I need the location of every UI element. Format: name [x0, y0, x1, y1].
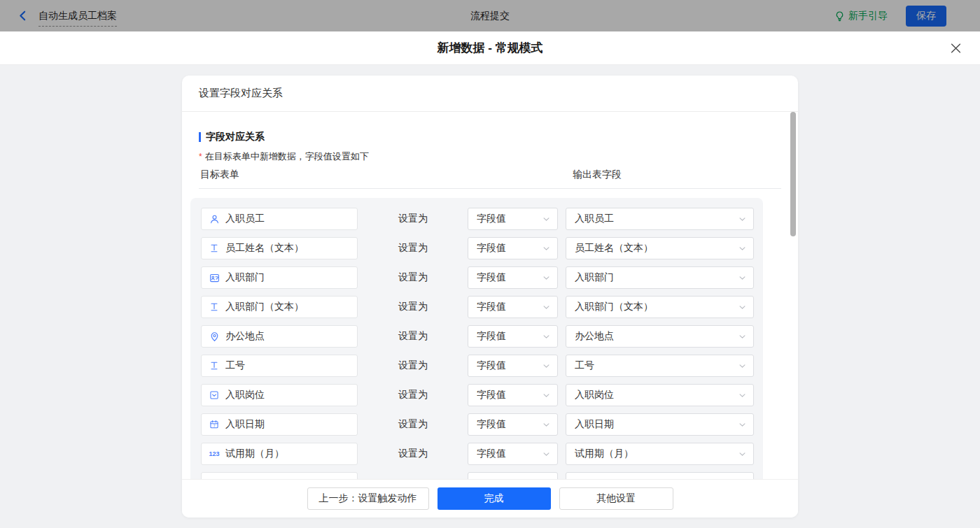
- card-title: 设置字段对应关系: [182, 76, 798, 112]
- target-field-label: 入职员工: [225, 213, 265, 225]
- target-field[interactable]: 员工姓名（文本）: [201, 237, 358, 259]
- value-type-select[interactable]: 字段值: [468, 296, 558, 318]
- column-header-output-fields: 输出表字段: [573, 169, 622, 181]
- field-mapping-row: 入职员工 设置为 字段值 入职员工: [201, 208, 763, 230]
- target-field[interactable]: 7 入职日期: [201, 413, 358, 436]
- chevron-down-icon: [738, 245, 746, 252]
- value-type-value: 字段值: [477, 359, 506, 372]
- output-field-select[interactable]: 入职日期: [566, 413, 754, 436]
- section-subtitle-row: * 在目标表单中新增数据，字段值设置如下: [199, 150, 781, 163]
- set-as-label: 设置为: [398, 330, 429, 343]
- save-button[interactable]: 保存: [906, 6, 946, 27]
- lightbulb-icon: [834, 10, 845, 22]
- value-type-select[interactable]: 字段值: [468, 443, 558, 465]
- field-mapping-card: 设置字段对应关系 字段对应关系 * 在目标表单中新增数据，字段值设置如下 目标表…: [182, 76, 798, 518]
- output-field-value: 办公地点: [575, 330, 614, 343]
- value-type-value: 字段值: [477, 418, 506, 431]
- output-field-value: 员工姓名（文本）: [575, 242, 653, 255]
- chevron-down-icon: [542, 333, 550, 341]
- output-field-select[interactable]: 入职部门: [566, 266, 754, 289]
- department-icon: [209, 273, 220, 283]
- field-mapping-row: 123 试用期（月） 设置为 字段值 试用期（月）: [201, 443, 763, 465]
- close-icon[interactable]: [950, 42, 962, 54]
- chevron-down-icon: [542, 421, 550, 429]
- set-as-label: 设置为: [398, 418, 429, 431]
- value-type-select[interactable]: 字段值: [468, 384, 558, 406]
- chevron-down-icon: [738, 304, 746, 311]
- target-field-label: 入职岗位: [225, 389, 265, 401]
- target-field-label: 办公地点: [225, 330, 265, 343]
- other-settings-button[interactable]: 其他设置: [559, 487, 673, 510]
- value-type-value: 字段值: [477, 242, 506, 255]
- value-type-value: 字段值: [477, 271, 506, 284]
- target-field-label: 入职日期: [225, 418, 265, 431]
- value-type-select[interactable]: 字段值: [468, 208, 558, 230]
- chevron-down-icon: [542, 274, 550, 282]
- set-as-label: 设置为: [398, 271, 429, 284]
- value-type-select[interactable]: 字段值: [468, 266, 558, 289]
- field-mapping-row: 员工姓名（文本） 设置为 字段值 员工姓名（文本）: [201, 237, 763, 259]
- target-field[interactable]: 入职部门: [201, 266, 358, 289]
- target-field[interactable]: 工号: [201, 355, 358, 377]
- chevron-down-icon: [738, 450, 746, 458]
- svg-text:7: 7: [214, 424, 216, 428]
- value-type-value: 字段值: [477, 213, 506, 225]
- set-as-label: 设置为: [398, 213, 429, 225]
- output-field-select[interactable]: 入职员工: [566, 208, 754, 230]
- output-field-select[interactable]: 员工姓名（文本）: [566, 237, 754, 259]
- value-type-select[interactable]: 字段值: [468, 237, 558, 259]
- card-footer: 上一步：设置触发动作 完成 其他设置: [182, 479, 798, 518]
- field-mapping-row: 7 入职日期 设置为 字段值 入职日期: [201, 413, 763, 436]
- section-title: 字段对应关系: [206, 131, 265, 143]
- target-field-label: 入职部门: [225, 271, 265, 284]
- set-as-label: 设置为: [398, 359, 429, 372]
- chevron-down-icon: [542, 392, 550, 399]
- value-type-value: 字段值: [477, 330, 506, 343]
- output-field-value: 工号: [575, 359, 594, 372]
- top-navigation-bar: 自动生成员工档案 流程提交 新手引导 保存: [0, 0, 980, 31]
- target-field-label: 入职部门（文本）: [225, 301, 304, 313]
- section-subtitle: 在目标表单中新增数据，字段值设置如下: [205, 150, 369, 163]
- target-field[interactable]: 123 试用期（月）: [201, 443, 358, 465]
- output-field-value: 入职岗位: [575, 389, 614, 401]
- output-field-select[interactable]: 入职部门（文本）: [566, 296, 754, 318]
- value-type-select[interactable]: 字段值: [468, 413, 558, 436]
- value-type-select[interactable]: 字段值: [468, 325, 558, 348]
- user-icon: [209, 214, 220, 224]
- set-as-label: 设置为: [398, 448, 429, 460]
- done-button[interactable]: 完成: [438, 487, 551, 510]
- output-field-select[interactable]: 工号: [566, 355, 754, 377]
- output-field-select[interactable]: 试用期（月）: [566, 443, 754, 465]
- section-accent-bar: [199, 132, 201, 142]
- scrollbar-thumb[interactable]: [790, 112, 796, 236]
- output-field-value: 入职部门（文本）: [575, 301, 653, 313]
- field-mapping-row: 入职部门 设置为 字段值 入职部门: [201, 266, 763, 289]
- output-field-select[interactable]: 入职岗位: [566, 384, 754, 406]
- chevron-down-icon: [542, 304, 550, 311]
- field-mapping-row: 工号 设置为 字段值 工号: [201, 355, 763, 377]
- target-field-label: 员工姓名（文本）: [225, 242, 304, 255]
- text-icon: [209, 302, 220, 312]
- target-field[interactable]: 入职员工: [201, 208, 358, 230]
- chevron-down-icon: [738, 362, 746, 370]
- output-field-select[interactable]: 办公地点: [566, 325, 754, 348]
- value-type-value: 字段值: [477, 301, 506, 313]
- value-type-select[interactable]: 字段值: [468, 355, 558, 377]
- date-icon: 7: [209, 420, 220, 429]
- section-heading: 字段对应关系: [199, 131, 781, 143]
- previous-step-button[interactable]: 上一步：设置触发动作: [307, 487, 429, 510]
- field-mapping-row: 入职岗位 设置为 字段值 入职岗位: [201, 384, 763, 406]
- column-header-target-form: 目标表单: [200, 169, 239, 181]
- target-field[interactable]: 入职部门（文本）: [201, 296, 358, 318]
- target-field[interactable]: 入职岗位: [201, 384, 358, 406]
- chevron-down-icon: [738, 333, 746, 341]
- output-field-value: 入职员工: [575, 213, 614, 225]
- modal-header: 新增数据 - 常规模式: [0, 31, 980, 65]
- set-as-label: 设置为: [398, 389, 429, 401]
- beginner-guide-link[interactable]: 新手引导: [834, 10, 888, 22]
- beginner-guide-label: 新手引导: [848, 10, 888, 22]
- field-mapping-row: 入职部门（文本） 设置为 字段值 入职部门（文本）: [201, 296, 763, 318]
- location-icon: [209, 331, 220, 342]
- target-field[interactable]: 办公地点: [201, 325, 358, 348]
- text-icon: [209, 243, 220, 253]
